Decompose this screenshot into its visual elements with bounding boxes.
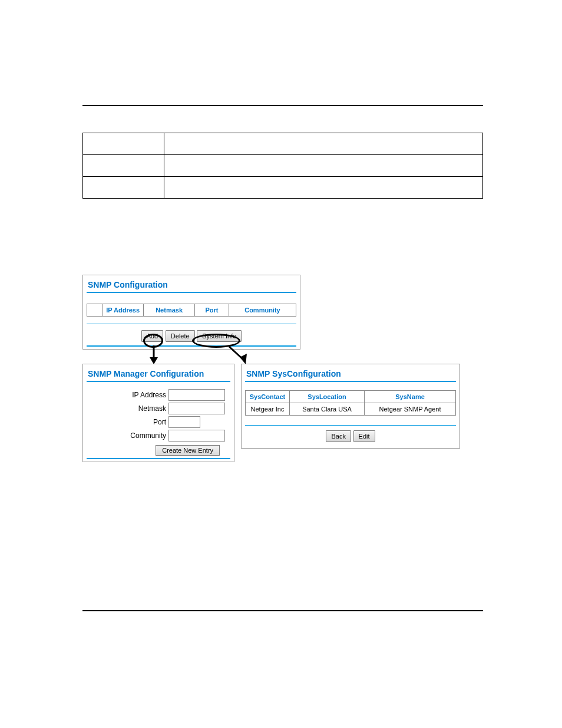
ip-address-label: IP Address [87,391,168,399]
top-rule [82,105,483,106]
snmp-config-table: IP Address Netmask Port Community [87,304,296,317]
snmp-manager-panel: SNMP Manager Configuration IP Address Ne… [82,364,234,462]
col-syslocation: SysLocation [290,391,365,403]
community-label: Community [87,431,168,440]
panel-title: SNMP SysConfiguration [245,367,456,381]
svg-marker-3 [240,354,247,364]
back-button[interactable]: Back [326,430,351,442]
button-row: Back Edit [245,430,456,442]
table-row [83,155,483,177]
delete-button[interactable]: Delete [166,330,195,342]
port-row: Port [87,416,230,428]
snmp-config-panel: SNMP Configuration IP Address Netmask Po… [82,275,300,350]
table-row [83,177,483,199]
edit-button[interactable]: Edit [353,430,375,442]
ip-address-input[interactable] [168,389,225,401]
snmp-sys-panel: SNMP SysConfiguration SysContact SysLoca… [241,364,460,449]
syscontact-value: Netgear Inc [246,403,290,416]
syslocation-value: Santa Clara USA [290,403,365,416]
table-row: Netgear Inc Santa Clara USA Netgear SNMP… [246,403,456,416]
community-row: Community [87,430,230,442]
divider [87,345,296,347]
page: SNMP Configuration IP Address Netmask Po… [0,0,562,728]
create-new-entry-button[interactable]: Create New Entry [156,445,220,456]
col-ip-address: IP Address [103,304,144,317]
col-port: Port [195,304,229,317]
netmask-row: Netmask [87,403,230,414]
divider [87,324,296,324]
panel-title: SNMP Manager Configuration [87,367,230,381]
system-info-button[interactable]: System Info [197,330,242,342]
panel-title: SNMP Configuration [87,278,296,292]
col-community: Community [229,304,296,317]
netmask-label: Netmask [87,404,168,413]
divider [87,381,230,382]
community-input[interactable] [168,430,225,442]
add-button[interactable]: Add [141,330,164,342]
button-row: Add Delete System Info [87,330,296,342]
bottom-rule [82,610,483,611]
col-syscontact: SysContact [246,391,290,403]
col-sysname: SysName [365,391,456,403]
select-col [87,304,103,317]
divider [245,381,456,382]
divider [87,292,296,293]
sysname-value: Netgear SNMP Agent [365,403,456,416]
netmask-input[interactable] [168,403,225,414]
divider [245,425,456,426]
table-row [83,133,483,155]
ip-address-row: IP Address [87,389,230,401]
table-header-row: IP Address Netmask Port Community [87,304,296,317]
port-label: Port [87,418,168,426]
table-header-row: SysContact SysLocation SysName [246,391,456,403]
sys-table: SysContact SysLocation SysName Netgear I… [245,390,456,416]
definition-table [82,133,483,199]
create-row: Create New Entry [87,443,230,458]
divider [87,458,230,459]
port-input[interactable] [168,416,200,428]
col-netmask: Netmask [144,304,195,317]
